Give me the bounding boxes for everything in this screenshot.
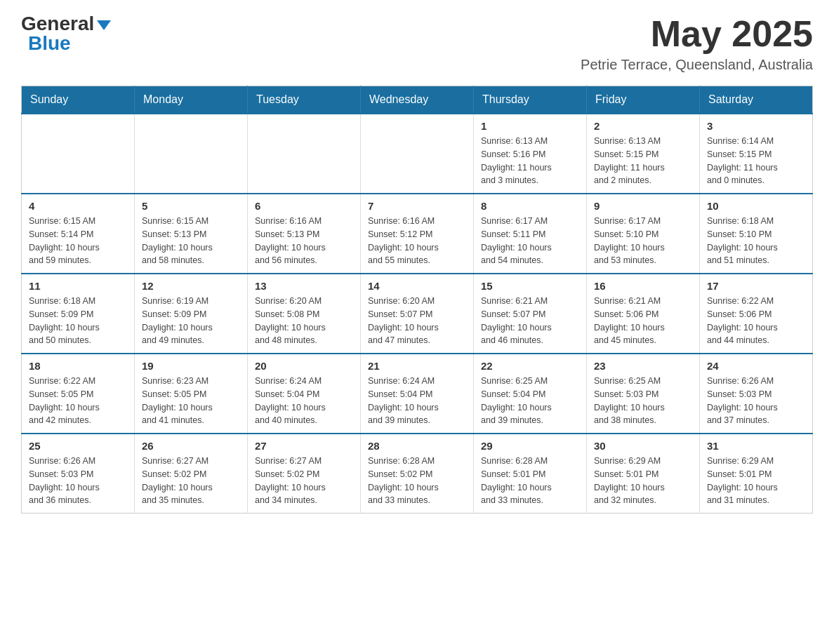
day-of-week-header: Sunday: [22, 86, 135, 114]
calendar-cell: 9Sunrise: 6:17 AM Sunset: 5:10 PM Daylig…: [587, 194, 700, 274]
day-info: Sunrise: 6:16 AM Sunset: 5:13 PM Dayligh…: [255, 215, 353, 267]
day-number: 11: [29, 280, 127, 292]
calendar-cell: 28Sunrise: 6:28 AM Sunset: 5:02 PM Dayli…: [361, 434, 474, 514]
day-info: Sunrise: 6:26 AM Sunset: 5:03 PM Dayligh…: [29, 455, 127, 507]
day-info: Sunrise: 6:15 AM Sunset: 5:14 PM Dayligh…: [29, 215, 127, 267]
day-info: Sunrise: 6:28 AM Sunset: 5:02 PM Dayligh…: [368, 455, 466, 507]
day-number: 5: [142, 200, 240, 212]
day-info: Sunrise: 6:21 AM Sunset: 5:07 PM Dayligh…: [481, 295, 579, 347]
calendar-cell: [248, 114, 361, 194]
day-info: Sunrise: 6:13 AM Sunset: 5:15 PM Dayligh…: [594, 135, 692, 187]
calendar-cell: 4Sunrise: 6:15 AM Sunset: 5:14 PM Daylig…: [22, 194, 135, 274]
calendar-cell: 14Sunrise: 6:20 AM Sunset: 5:07 PM Dayli…: [361, 274, 474, 354]
calendar-cell: 7Sunrise: 6:16 AM Sunset: 5:12 PM Daylig…: [361, 194, 474, 274]
logo-blue-text: Blue: [28, 34, 71, 53]
day-info: Sunrise: 6:29 AM Sunset: 5:01 PM Dayligh…: [594, 455, 692, 507]
day-of-week-header: Tuesday: [248, 86, 361, 114]
month-title: May 2025: [581, 14, 813, 54]
day-number: 17: [707, 280, 805, 292]
calendar-cell: 3Sunrise: 6:14 AM Sunset: 5:15 PM Daylig…: [700, 114, 813, 194]
calendar-cell: 8Sunrise: 6:17 AM Sunset: 5:11 PM Daylig…: [474, 194, 587, 274]
logo-triangle-icon: [97, 20, 111, 30]
calendar-cell: [135, 114, 248, 194]
day-number: 4: [29, 200, 127, 212]
calendar-cell: 15Sunrise: 6:21 AM Sunset: 5:07 PM Dayli…: [474, 274, 587, 354]
day-info: Sunrise: 6:25 AM Sunset: 5:04 PM Dayligh…: [481, 375, 579, 427]
calendar-week-row: 11Sunrise: 6:18 AM Sunset: 5:09 PM Dayli…: [22, 274, 813, 354]
day-info: Sunrise: 6:17 AM Sunset: 5:10 PM Dayligh…: [594, 215, 692, 267]
day-number: 12: [142, 280, 240, 292]
calendar-cell: 19Sunrise: 6:23 AM Sunset: 5:05 PM Dayli…: [135, 354, 248, 434]
calendar-cell: 13Sunrise: 6:20 AM Sunset: 5:08 PM Dayli…: [248, 274, 361, 354]
calendar-cell: 23Sunrise: 6:25 AM Sunset: 5:03 PM Dayli…: [587, 354, 700, 434]
day-info: Sunrise: 6:28 AM Sunset: 5:01 PM Dayligh…: [481, 455, 579, 507]
calendar-cell: [22, 114, 135, 194]
day-number: 28: [368, 440, 466, 452]
calendar-cell: 10Sunrise: 6:18 AM Sunset: 5:10 PM Dayli…: [700, 194, 813, 274]
day-number: 15: [481, 280, 579, 292]
day-number: 21: [368, 360, 466, 372]
day-number: 6: [255, 200, 353, 212]
calendar-header: SundayMondayTuesdayWednesdayThursdayFrid…: [22, 86, 813, 114]
day-info: Sunrise: 6:22 AM Sunset: 5:05 PM Dayligh…: [29, 375, 127, 427]
day-info: Sunrise: 6:22 AM Sunset: 5:06 PM Dayligh…: [707, 295, 805, 347]
day-number: 19: [142, 360, 240, 372]
location-title: Petrie Terrace, Queensland, Australia: [581, 57, 813, 73]
day-of-week-header: Thursday: [474, 86, 587, 114]
calendar-week-row: 18Sunrise: 6:22 AM Sunset: 5:05 PM Dayli…: [22, 354, 813, 434]
title-block: May 2025 Petrie Terrace, Queensland, Aus…: [581, 14, 813, 73]
day-info: Sunrise: 6:25 AM Sunset: 5:03 PM Dayligh…: [594, 375, 692, 427]
day-info: Sunrise: 6:18 AM Sunset: 5:09 PM Dayligh…: [29, 295, 127, 347]
day-number: 2: [594, 120, 692, 132]
days-of-week-row: SundayMondayTuesdayWednesdayThursdayFrid…: [22, 86, 813, 114]
day-number: 24: [707, 360, 805, 372]
calendar-cell: 11Sunrise: 6:18 AM Sunset: 5:09 PM Dayli…: [22, 274, 135, 354]
calendar-cell: 22Sunrise: 6:25 AM Sunset: 5:04 PM Dayli…: [474, 354, 587, 434]
calendar-body: 1Sunrise: 6:13 AM Sunset: 5:16 PM Daylig…: [22, 114, 813, 514]
calendar-week-row: 1Sunrise: 6:13 AM Sunset: 5:16 PM Daylig…: [22, 114, 813, 194]
day-number: 8: [481, 200, 579, 212]
day-info: Sunrise: 6:29 AM Sunset: 5:01 PM Dayligh…: [707, 455, 805, 507]
day-number: 25: [29, 440, 127, 452]
calendar-cell: 27Sunrise: 6:27 AM Sunset: 5:02 PM Dayli…: [248, 434, 361, 514]
day-number: 23: [594, 360, 692, 372]
calendar-week-row: 4Sunrise: 6:15 AM Sunset: 5:14 PM Daylig…: [22, 194, 813, 274]
day-info: Sunrise: 6:13 AM Sunset: 5:16 PM Dayligh…: [481, 135, 579, 187]
day-info: Sunrise: 6:18 AM Sunset: 5:10 PM Dayligh…: [707, 215, 805, 267]
day-info: Sunrise: 6:15 AM Sunset: 5:13 PM Dayligh…: [142, 215, 240, 267]
day-info: Sunrise: 6:21 AM Sunset: 5:06 PM Dayligh…: [594, 295, 692, 347]
day-number: 1: [481, 120, 579, 132]
calendar-cell: 30Sunrise: 6:29 AM Sunset: 5:01 PM Dayli…: [587, 434, 700, 514]
calendar-cell: 17Sunrise: 6:22 AM Sunset: 5:06 PM Dayli…: [700, 274, 813, 354]
day-of-week-header: Wednesday: [361, 86, 474, 114]
calendar-table: SundayMondayTuesdayWednesdayThursdayFrid…: [21, 86, 813, 514]
day-number: 10: [707, 200, 805, 212]
day-number: 18: [29, 360, 127, 372]
day-number: 26: [142, 440, 240, 452]
day-info: Sunrise: 6:20 AM Sunset: 5:07 PM Dayligh…: [368, 295, 466, 347]
calendar-cell: 2Sunrise: 6:13 AM Sunset: 5:15 PM Daylig…: [587, 114, 700, 194]
calendar-cell: [361, 114, 474, 194]
day-info: Sunrise: 6:23 AM Sunset: 5:05 PM Dayligh…: [142, 375, 240, 427]
day-info: Sunrise: 6:19 AM Sunset: 5:09 PM Dayligh…: [142, 295, 240, 347]
day-number: 22: [481, 360, 579, 372]
day-number: 14: [368, 280, 466, 292]
logo-general-text: General: [21, 14, 94, 34]
page-header: General Blue May 2025 Petrie Terrace, Qu…: [21, 14, 813, 73]
day-number: 30: [594, 440, 692, 452]
calendar-cell: 29Sunrise: 6:28 AM Sunset: 5:01 PM Dayli…: [474, 434, 587, 514]
day-number: 27: [255, 440, 353, 452]
calendar-week-row: 25Sunrise: 6:26 AM Sunset: 5:03 PM Dayli…: [22, 434, 813, 514]
day-number: 20: [255, 360, 353, 372]
day-number: 13: [255, 280, 353, 292]
calendar-cell: 20Sunrise: 6:24 AM Sunset: 5:04 PM Dayli…: [248, 354, 361, 434]
day-of-week-header: Friday: [587, 86, 700, 114]
day-number: 3: [707, 120, 805, 132]
day-of-week-header: Monday: [135, 86, 248, 114]
calendar-cell: 12Sunrise: 6:19 AM Sunset: 5:09 PM Dayli…: [135, 274, 248, 354]
day-number: 29: [481, 440, 579, 452]
calendar-cell: 21Sunrise: 6:24 AM Sunset: 5:04 PM Dayli…: [361, 354, 474, 434]
calendar-cell: 18Sunrise: 6:22 AM Sunset: 5:05 PM Dayli…: [22, 354, 135, 434]
day-info: Sunrise: 6:17 AM Sunset: 5:11 PM Dayligh…: [481, 215, 579, 267]
day-number: 16: [594, 280, 692, 292]
